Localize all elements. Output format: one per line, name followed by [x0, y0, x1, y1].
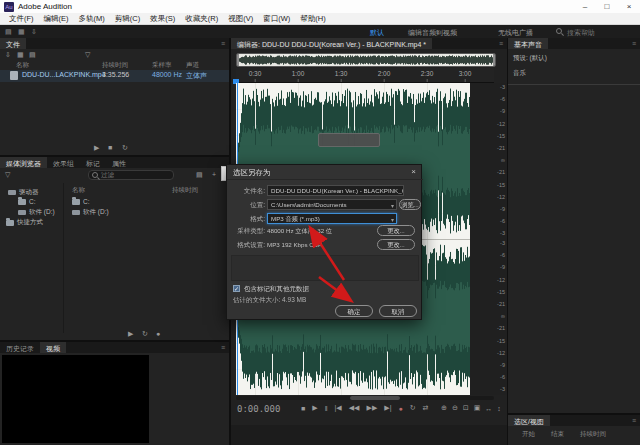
cancel-button[interactable]: 取消 — [379, 305, 417, 317]
transport-button[interactable]: ● — [399, 405, 403, 412]
transport-button[interactable]: ▶ — [312, 404, 317, 412]
close-button[interactable]: × — [618, 0, 640, 13]
import-icon[interactable]: ⇩ — [31, 28, 37, 36]
tab-markers[interactable]: 标记 — [80, 157, 106, 168]
menu-item[interactable]: 编辑(E) — [39, 14, 74, 24]
column-header[interactable]: 声道 — [186, 61, 199, 70]
tab-files[interactable]: 文件 — [0, 38, 26, 49]
tab-effects-rack[interactable]: 效果组 — [47, 157, 80, 168]
transport-button[interactable]: ■ — [301, 405, 305, 412]
search-icon[interactable] — [556, 28, 562, 34]
location-dropdown[interactable]: C:\Users\admin\Documents ▾ — [267, 199, 397, 210]
ok-button[interactable]: 确定 — [335, 305, 373, 317]
tree-item-drive-c[interactable]: C: — [18, 198, 36, 205]
column-header[interactable]: 采样率 — [152, 61, 172, 70]
sample-type-label: 采样类型: — [228, 227, 265, 236]
music-row[interactable]: 音乐 — [513, 69, 526, 78]
content-item-c[interactable]: C: — [72, 198, 90, 205]
multitrack-view-icon[interactable]: ▦ — [18, 28, 25, 36]
timeline-ruler[interactable]: 0:301:001:302:002:303:00 — [236, 68, 494, 83]
tab-media-browser[interactable]: 媒体浏览器 — [0, 157, 47, 168]
menu-item[interactable]: 多轨(M) — [74, 14, 110, 24]
media-preview-loop-icon[interactable]: ↻ — [142, 330, 148, 338]
menu-item[interactable]: 帮助(H) — [295, 14, 330, 24]
zoom-button[interactable]: ⊖ — [452, 404, 458, 412]
browse-button[interactable]: 浏览... — [399, 199, 421, 210]
add-shortcut-icon[interactable]: + — [212, 171, 216, 178]
menu-item[interactable]: 收藏夹(R) — [180, 14, 223, 24]
change-sample-type-button[interactable]: 更改... — [377, 225, 415, 236]
db-ruler[interactable]: -3-6-9-12-15-21∞-21-15-12-9-6-3 -3-6-9-1… — [470, 83, 507, 395]
tab-properties[interactable]: 属性 — [106, 157, 132, 168]
transport-button[interactable]: ‖ — [325, 405, 328, 412]
help-search-label[interactable]: 搜索帮助 — [567, 28, 595, 38]
tab-selection-view[interactable]: 选区/视图 — [508, 415, 550, 426]
menu-item[interactable]: 文件(F) — [4, 14, 39, 24]
zoom-button[interactable]: ⊕ — [441, 404, 447, 412]
open-file-icon[interactable]: ▤ — [29, 51, 36, 59]
menu-item[interactable]: 窗口(W) — [258, 14, 295, 24]
content-item-d[interactable]: 软件 (D:) — [72, 208, 109, 217]
files-panel: 文件 ≡ ⇩ ▦ ▤ ▽ 名称持续时间采样率声道 DDU-DU...LACKPI… — [0, 38, 229, 155]
format-dropdown[interactable]: MP3 音频 (*.mp3) ▾ — [267, 213, 397, 224]
transport-button[interactable]: ↻ — [410, 404, 416, 412]
panel-menu-icon[interactable]: ≡ — [499, 40, 503, 47]
dialog-close-icon[interactable]: × — [411, 167, 416, 176]
zoom-button[interactable]: ↔ — [485, 405, 492, 412]
menu-item[interactable]: 效果(S) — [145, 14, 180, 24]
panel-menu-icon[interactable]: ≡ — [632, 417, 636, 424]
selection-hud[interactable] — [318, 133, 380, 147]
preview-stop-icon[interactable]: ■ — [108, 144, 112, 151]
file-row[interactable]: DDU-DU...LACKPINK.mp4 3:35.256 48000 Hz … — [0, 70, 229, 82]
media-filter-input[interactable]: 过滤 — [88, 170, 174, 180]
time-display[interactable]: 0:00.000 — [237, 404, 280, 414]
panel-menu-icon[interactable]: ≡ — [632, 40, 636, 47]
tab-essential-sound[interactable]: 基本声音 — [508, 38, 548, 49]
tab-editor[interactable]: 编辑器: DDU-DU DDU-DU(Korean Ver.) - BLACKP… — [231, 38, 432, 49]
transport-button[interactable]: ◀◀ — [349, 404, 360, 412]
list-view-icon[interactable]: ▤ — [196, 171, 203, 179]
transport-button[interactable]: ▶| — [384, 404, 391, 412]
waveform-overview-strip[interactable] — [236, 53, 496, 67]
workspace-tab-edit-audio-video[interactable]: 编辑音频到视频 — [408, 28, 457, 38]
media-col-duration[interactable]: 持续时间 — [172, 186, 198, 195]
tree-item-drives[interactable]: 驱动器 — [8, 188, 39, 197]
panel-menu-icon[interactable]: ≡ — [221, 40, 225, 47]
preview-loop-icon[interactable]: ↻ — [122, 144, 128, 152]
waveform-view-icon[interactable]: ▤ — [5, 28, 12, 36]
panel-menu-icon[interactable]: ≡ — [221, 344, 225, 351]
preview-play-icon[interactable]: ▶ — [94, 144, 99, 152]
change-format-settings-button[interactable]: 更改... — [377, 239, 415, 250]
media-col-name[interactable]: 名称 — [72, 186, 85, 195]
zoom-button[interactable]: ↕ — [497, 405, 501, 412]
file-name[interactable]: DDU-DU...LACKPINK.mp4 — [22, 71, 106, 78]
filename-input[interactable]: DDU-DU DDU-DU(Korean Ver.) - BLACKPINK_C — [267, 185, 404, 196]
metadata-checkbox[interactable]: ✓ — [233, 285, 240, 292]
filter-icon[interactable]: ▽ — [85, 51, 90, 59]
horizontal-scrollbar[interactable] — [236, 396, 494, 400]
media-filter-icon[interactable]: ▽ — [5, 171, 10, 179]
menu-item[interactable]: 剪辑(C) — [110, 14, 145, 24]
scrollbar-handle[interactable] — [350, 396, 400, 400]
tab-video[interactable]: 视频 — [40, 342, 66, 353]
media-preview-play-icon[interactable]: ▶ — [128, 330, 133, 338]
workspace-tab-radio[interactable]: 无线电广播 — [498, 28, 533, 38]
transport-button[interactable]: ▶▶ — [367, 404, 378, 412]
workspace-tab-default[interactable]: 默认 — [370, 28, 384, 38]
import-file-icon[interactable]: ⇩ — [5, 51, 11, 59]
preset-row[interactable]: 预设: (默认) — [513, 54, 547, 63]
transport-button[interactable]: ⇄ — [423, 404, 429, 412]
tree-item-drive-d[interactable]: 软件 (D:) — [18, 208, 55, 217]
menu-item[interactable]: 视图(V) — [223, 14, 258, 24]
minimize-button[interactable]: – — [574, 0, 596, 13]
maximize-button[interactable]: □ — [596, 0, 618, 13]
zoom-button[interactable]: ▣ — [474, 404, 481, 412]
zoom-button[interactable]: ⊡ — [463, 404, 469, 412]
tree-item-shortcuts[interactable]: 快捷方式 — [6, 218, 43, 227]
tab-history[interactable]: 历史记录 — [0, 342, 40, 353]
new-file-icon[interactable]: ▦ — [17, 51, 24, 59]
transport-button[interactable]: |◀ — [335, 404, 342, 412]
media-preview-speaker-icon[interactable]: ● — [156, 330, 160, 337]
column-header[interactable]: 持续时间 — [102, 61, 128, 70]
column-header[interactable]: 名称 — [16, 61, 29, 70]
